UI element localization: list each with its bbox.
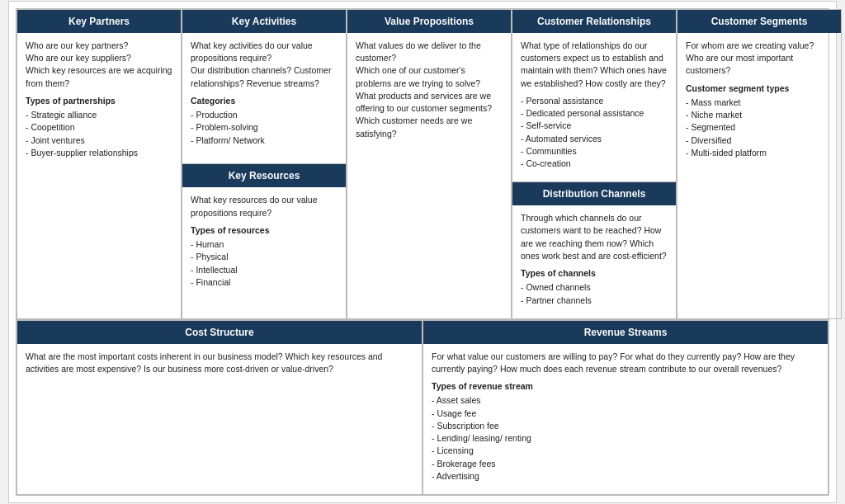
distribution-channels-items: - Owned channels - Partner channels bbox=[521, 281, 668, 306]
key-resources-section-title: Types of resources bbox=[191, 224, 338, 237]
customer-relationships-items: - Personal assistance - Dedicated person… bbox=[521, 95, 668, 170]
customer-relationships-intro: What type of relationships do our custom… bbox=[521, 40, 668, 90]
distribution-channels-intro: Through which channels do our customers … bbox=[521, 212, 668, 262]
key-partners-cell: Key Partners Who are our key partners? W… bbox=[17, 9, 182, 319]
customer-segments-items: - Mass market - Niche market - Segmented… bbox=[686, 97, 833, 159]
value-propositions-header: Value Propositions bbox=[347, 10, 511, 33]
customer-relationships-cell: Customer Relationships What type of rela… bbox=[512, 10, 676, 182]
revenue-streams-section-title: Types of revenue stream bbox=[432, 380, 819, 393]
distribution-channels-body: Through which channels do our customers … bbox=[512, 205, 676, 318]
customer-segments-body: For whom are we creating value? Who are … bbox=[677, 33, 841, 171]
key-activities-items: - Production - Problem-solving - Platfor… bbox=[191, 109, 338, 147]
value-propositions-text: What values do we deliver to the custome… bbox=[356, 40, 503, 140]
cost-structure-body: What are the most important costs inhere… bbox=[17, 344, 422, 387]
key-resources-items: - Human - Physical - Intellectual - Fina… bbox=[191, 238, 338, 289]
key-partners-header: Key Partners bbox=[17, 10, 181, 33]
revenue-streams-header: Revenue Streams bbox=[423, 321, 828, 344]
key-resources-intro: What key resources do our value proposit… bbox=[191, 194, 338, 219]
customer-segments-header: Customer Segments bbox=[677, 10, 841, 33]
value-propositions-cell: Value Propositions What values do we del… bbox=[347, 9, 512, 319]
key-resources-cell: Key Resources What key resources do our … bbox=[182, 164, 346, 318]
customer-relationships-body: What type of relationships do our custom… bbox=[512, 33, 676, 181]
cost-structure-header: Cost Structure bbox=[17, 321, 422, 344]
revenue-streams-intro: For what value our customers are willing… bbox=[432, 351, 819, 375]
revenue-streams-cell: Revenue Streams For what value our custo… bbox=[422, 320, 828, 495]
key-activities-section-title: Categories bbox=[191, 95, 338, 107]
revenue-streams-items: - Asset sales - Usage fee - Subscription… bbox=[432, 394, 819, 483]
key-resources-body: What key resources do our value proposit… bbox=[182, 187, 346, 300]
key-partners-section-title: Types of partnerships bbox=[26, 95, 172, 107]
key-partners-body: Who are our key partners? Who are our ke… bbox=[17, 33, 181, 171]
cost-structure-cell: Cost Structure What are the most importa… bbox=[17, 320, 422, 495]
revenue-streams-body: For what value our customers are willing… bbox=[423, 344, 828, 494]
key-resources-header: Key Resources bbox=[182, 164, 346, 187]
customer-col: Customer Relationships What type of rela… bbox=[512, 9, 677, 319]
value-propositions-body: What values do we deliver to the custome… bbox=[347, 33, 511, 152]
customer-segments-intro: For whom are we creating value? Who are … bbox=[686, 40, 833, 78]
key-activities-header: Key Activities bbox=[182, 10, 346, 33]
customer-relationships-header: Customer Relationships bbox=[512, 10, 676, 33]
key-activities-cell: Key Activities What key activities do ou… bbox=[182, 10, 346, 164]
key-activities-body: What key activities do our value proposi… bbox=[182, 33, 346, 158]
customer-segments-cell: Customer Segments For whom are we creati… bbox=[677, 9, 842, 319]
key-partners-intro: Who are our key partners? Who are our ke… bbox=[26, 40, 172, 90]
cost-structure-text: What are the most important costs inhere… bbox=[26, 351, 413, 375]
key-partners-items: - Strategic alliance - Coopetition - Joi… bbox=[26, 109, 172, 159]
distribution-channels-cell: Distribution Channels Through which chan… bbox=[512, 182, 676, 318]
business-model-canvas: Key Partners Who are our key partners? W… bbox=[8, 1, 837, 503]
distribution-channels-header: Distribution Channels bbox=[512, 182, 676, 205]
key-activities-intro: What key activities do our value proposi… bbox=[191, 40, 338, 90]
distribution-channels-section-title: Types of channels bbox=[521, 267, 668, 280]
customer-segments-section-title: Customer segment types bbox=[686, 82, 833, 95]
key-activities-col: Key Activities What key activities do ou… bbox=[182, 9, 347, 319]
